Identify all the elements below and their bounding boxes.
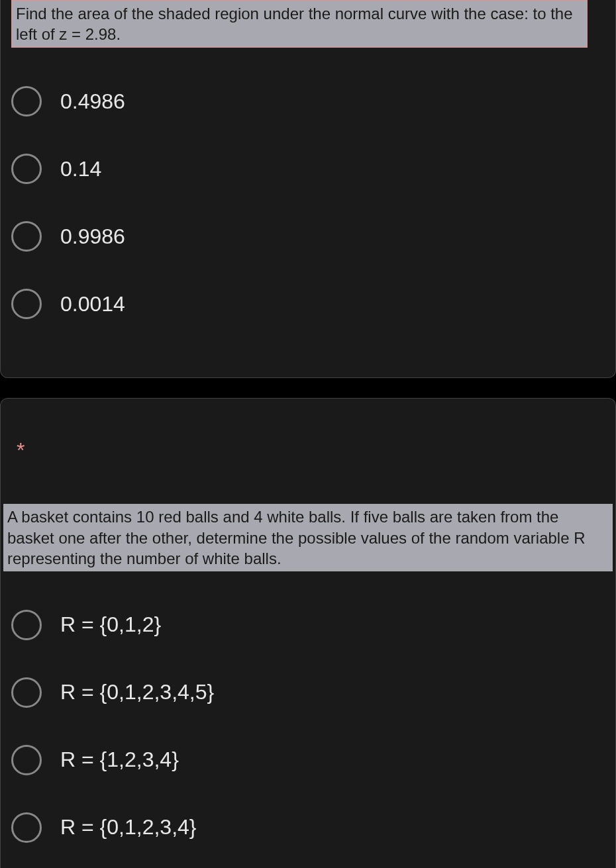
question-card-2: * A basket contains 10 red balls and 4 w…	[0, 398, 616, 868]
required-asterisk: *	[17, 438, 615, 463]
option-label: R = {0,1,2}	[60, 612, 161, 637]
option-label: 0.9986	[60, 224, 125, 249]
question-card-1: Find the area of the shaded region under…	[0, 0, 616, 378]
option-label: R = {0,1,2,3,4}	[60, 815, 197, 840]
question-prompt: Find the area of the shaded region under…	[11, 0, 588, 48]
radio-button-icon[interactable]	[11, 154, 42, 184]
option-row[interactable]: R = {0,1,2,3,4}	[1, 794, 615, 861]
radio-button-icon[interactable]	[11, 812, 42, 843]
radio-button-icon[interactable]	[11, 745, 42, 775]
option-label: R = {0,1,2,3,4,5}	[60, 680, 214, 704]
option-row[interactable]: 0.14	[1, 135, 615, 203]
radio-button-icon[interactable]	[11, 86, 42, 117]
option-label: 0.0014	[60, 292, 125, 316]
option-label: R = {1,2,3,4}	[60, 747, 179, 772]
option-label: 0.4986	[60, 89, 125, 114]
option-row[interactable]: R = {1,2,3,4}	[1, 726, 615, 794]
radio-button-icon[interactable]	[11, 677, 42, 708]
option-row[interactable]: 0.0014	[1, 270, 615, 338]
radio-button-icon[interactable]	[11, 289, 42, 319]
option-row[interactable]: R = {0,1,2}	[1, 591, 615, 659]
radio-button-icon[interactable]	[11, 610, 42, 640]
option-row[interactable]: 0.9986	[1, 203, 615, 270]
radio-button-icon[interactable]	[11, 221, 42, 252]
option-label: 0.14	[60, 157, 101, 181]
question-prompt: A basket contains 10 red balls and 4 whi…	[3, 504, 613, 571]
option-row[interactable]: 0.4986	[1, 68, 615, 135]
option-row[interactable]: R = {0,1,2,3,4,5}	[1, 659, 615, 726]
